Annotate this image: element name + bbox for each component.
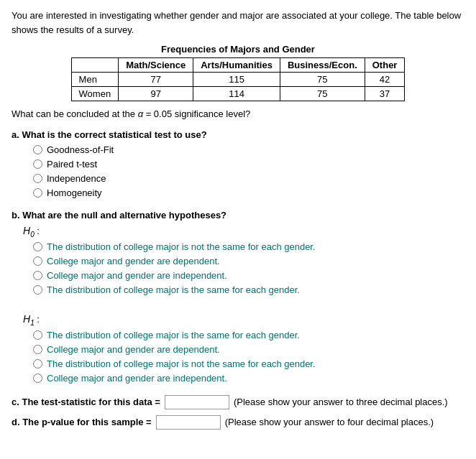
h0-option-1-label: The distribution of college major is not…	[47, 241, 316, 252]
h1-symbol: H1	[23, 313, 35, 325]
h1-section: H1 : The distribution of college major i…	[12, 313, 464, 384]
h1-radio-4[interactable]	[33, 374, 42, 383]
option-independence-label: Independence	[47, 173, 106, 184]
h0-option-3-label: College major and gender are independent…	[47, 270, 227, 281]
h0-label: H0 :	[23, 225, 464, 238]
intro-text: You are interested in investigating whet…	[12, 9, 464, 37]
table-row-men: Men 77 115 75 42	[71, 73, 405, 87]
part-a-options: Goodness-of-Fit Paired t-test Independen…	[33, 144, 464, 198]
radio-paired[interactable]	[33, 159, 42, 169]
col-header-math: Math/Science	[119, 58, 193, 73]
option-paired[interactable]: Paired t-test	[33, 159, 464, 170]
h0-option-4[interactable]: The distribution of college major is the…	[33, 284, 464, 295]
h1-options: The distribution of college major is the…	[33, 330, 464, 384]
table-section: Frequencies of Majors and Gender Math/Sc…	[12, 44, 464, 101]
part-a: a. What is the correct statistical test …	[12, 129, 464, 198]
col-header-other: Other	[365, 58, 405, 73]
h1-option-1[interactable]: The distribution of college major is the…	[33, 330, 464, 340]
h0-radio-2[interactable]	[33, 256, 42, 266]
h0-option-4-label: The distribution of college major is the…	[47, 284, 300, 295]
row-label-women: Women	[71, 87, 119, 101]
row-label-men: Men	[71, 73, 119, 87]
option-homogeneity[interactable]: Homogeneity	[33, 187, 464, 198]
part-b-label: b. What are the null and alternative hyp…	[12, 210, 464, 221]
h0-option-2-label: College major and gender are dependent.	[47, 256, 220, 266]
part-c: c. The test-statistic for this data = (P…	[12, 395, 464, 409]
women-business: 75	[280, 87, 365, 101]
h0-section: H0 : The distribution of college major i…	[12, 225, 464, 295]
h1-option-1-label: The distribution of college major is the…	[47, 330, 300, 340]
test-statistic-input[interactable]	[165, 395, 229, 409]
h0-option-3[interactable]: College major and gender are independent…	[33, 270, 464, 281]
h1-radio-1[interactable]	[33, 330, 42, 340]
h1-radio-3[interactable]	[33, 359, 42, 368]
women-other: 37	[365, 87, 405, 101]
frequency-table: Math/Science Arts/Humanities Business/Ec…	[71, 57, 406, 101]
h1-radio-2[interactable]	[33, 345, 42, 354]
part-c-prefix: c. The test-statistic for this data =	[12, 397, 160, 407]
option-paired-label: Paired t-test	[47, 159, 97, 170]
h0-option-2[interactable]: College major and gender are dependent.	[33, 256, 464, 266]
h0-radio-4[interactable]	[33, 285, 42, 295]
h0-symbol: H0	[23, 225, 35, 236]
part-b: b. What are the null and alternative hyp…	[12, 210, 464, 384]
h1-option-3[interactable]: The distribution of college major is not…	[33, 358, 464, 369]
h0-radio-3[interactable]	[33, 271, 42, 280]
part-d: d. The p-value for this sample = (Please…	[12, 415, 464, 430]
option-goodness[interactable]: Goodness-of-Fit	[33, 144, 464, 155]
h1-option-2-label: College major and gender are dependent.	[47, 344, 220, 355]
radio-goodness[interactable]	[33, 145, 42, 154]
h0-radio-1[interactable]	[33, 242, 42, 251]
h1-option-3-label: The distribution of college major is not…	[47, 358, 316, 369]
radio-homogeneity[interactable]	[33, 188, 42, 198]
col-header-arts: Arts/Humanities	[193, 58, 280, 73]
h1-option-4-label: College major and gender are independent…	[47, 373, 227, 384]
option-homogeneity-label: Homogeneity	[47, 187, 102, 198]
table-title: Frequencies of Majors and Gender	[12, 44, 464, 55]
significance-line: What can be concluded at the α = 0.05 si…	[12, 108, 464, 119]
table-row-women: Women 97 114 75 37	[71, 87, 405, 101]
option-goodness-label: Goodness-of-Fit	[47, 144, 114, 155]
part-a-label: a. What is the correct statistical test …	[12, 129, 464, 140]
p-value-input[interactable]	[156, 415, 221, 430]
part-d-note: (Please show your answer to four decimal…	[225, 417, 434, 427]
men-other: 42	[365, 73, 405, 87]
part-d-prefix: d. The p-value for this sample =	[12, 417, 152, 427]
col-header-business: Business/Econ.	[280, 58, 365, 73]
alpha-symbol: α	[138, 108, 143, 119]
h0-option-1[interactable]: The distribution of college major is not…	[33, 241, 464, 252]
men-math: 77	[119, 73, 193, 87]
h1-option-4[interactable]: College major and gender are independent…	[33, 373, 464, 384]
option-independence[interactable]: Independence	[33, 173, 464, 184]
part-c-note: (Please show your answer to three decima…	[234, 397, 448, 407]
radio-independence[interactable]	[33, 174, 42, 183]
h1-label: H1 :	[23, 313, 464, 327]
h1-option-2[interactable]: College major and gender are dependent.	[33, 344, 464, 355]
men-arts: 115	[193, 73, 280, 87]
men-business: 75	[280, 73, 365, 87]
h0-options: The distribution of college major is not…	[33, 241, 464, 295]
women-arts: 114	[193, 87, 280, 101]
women-math: 97	[119, 87, 193, 101]
